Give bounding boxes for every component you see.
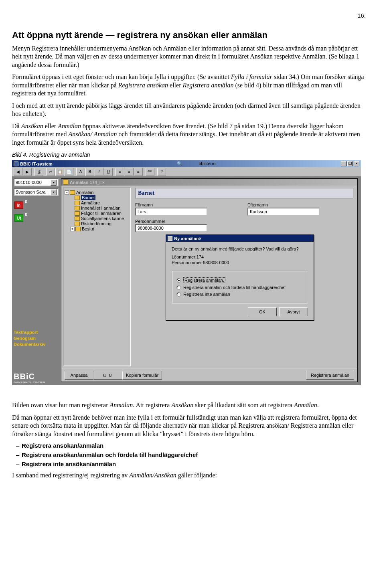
ok-button[interactable]: OK — [248, 307, 277, 316]
bullet-list: –Registrera ansökan/anmälan –Registrera … — [16, 442, 366, 467]
page-icon — [75, 211, 80, 216]
app-title: BBIC IT-system — [20, 162, 53, 166]
svg-text:In: In — [17, 203, 20, 208]
toolbar: ◀ ▶ 🖨 ✂ 📋 📄 A B I U ≡ ≡ ≡ ᴬᴮᶜ ? — [12, 167, 361, 177]
child-close-button[interactable]: × — [102, 180, 105, 185]
page-icon — [75, 201, 80, 205]
radio-icon — [176, 278, 181, 283]
embedded-screenshot: BBIC IT-system 🔍 bbicterm _ ❐ × ◀ ▶ 🖨 ✂ … — [12, 160, 361, 385]
paragraph: Då Ansökan eller Anmälan öppnas aktivera… — [12, 122, 366, 147]
inbox-icon[interactable]: In 0 — [14, 199, 27, 210]
paragraph: Menyn Registrera innehåller undermenyern… — [12, 44, 366, 69]
bullet-item: –Registrera ansökan/anmälan och fördela … — [16, 451, 366, 458]
dialog-close-button[interactable]: × — [199, 236, 201, 241]
section-header: Barnet — [135, 188, 353, 198]
folder-icon — [70, 190, 75, 195]
tree-item[interactable]: +Beslut — [65, 226, 130, 231]
tree-item[interactable]: Innehållet i anmälan — [65, 206, 130, 210]
dialog-info: Personnummer:980808-0000 — [172, 260, 308, 265]
cut-button[interactable]: ✂ — [46, 168, 55, 176]
outbox-icon[interactable]: Ut 0 — [14, 212, 27, 223]
paragraph: Bilden ovan visar hur man registrerar An… — [12, 401, 366, 409]
field-label: Efternamn — [247, 202, 353, 207]
chevron-down-icon: ▾ — [51, 189, 57, 195]
registrera-button[interactable]: Registrera anmälan — [306, 371, 354, 380]
radio-option[interactable]: Registrera inte anmälan — [176, 292, 303, 297]
tree-item[interactable]: Barnet — [65, 195, 130, 200]
align-right-button[interactable]: ≡ — [134, 168, 143, 176]
nav-back-button[interactable]: ◀ — [14, 168, 22, 176]
paragraph: Då man öppnar ett nytt ärende behöver ma… — [12, 414, 366, 438]
tree-item[interactable]: Riskbedömning — [65, 221, 130, 226]
underline-button[interactable]: U — [104, 168, 113, 176]
align-left-button[interactable]: ≡ — [116, 168, 124, 176]
sidebar-link-dokumentarkiv[interactable]: Dokumentarkiv — [14, 342, 59, 347]
page-icon — [75, 206, 80, 210]
paste-button[interactable]: 📄 — [65, 168, 73, 176]
tree-item[interactable]: Anmälare — [65, 200, 130, 205]
lastname-input[interactable]: Karlsson — [247, 208, 320, 216]
field-label: Personnummer — [135, 219, 353, 224]
terminal-label: 🔍 bbicterm — [177, 161, 215, 166]
bbic-logo: BBiC — [14, 372, 59, 381]
page-icon — [75, 222, 80, 226]
radio-icon — [176, 292, 181, 297]
dialog-info: Löpnummer:174 — [172, 255, 308, 259]
firstname-input[interactable]: Lars — [135, 208, 207, 216]
close-button[interactable]: × — [354, 161, 359, 166]
copy-button[interactable]: 📋 — [55, 168, 64, 176]
paragraph: I och med att ett nytt ärende påbörjas l… — [12, 102, 366, 118]
spellcheck-button[interactable]: ᴬᴮᶜ — [146, 168, 154, 176]
bold-button[interactable]: B — [85, 168, 94, 176]
page-icon — [75, 216, 80, 221]
dialog-titlebar: Ny anmälan × — [166, 235, 314, 242]
paragraph: I samband med registrering/ej registreri… — [12, 471, 366, 479]
minimize-button[interactable]: _ — [341, 161, 346, 166]
chevron-down-icon: ▾ — [51, 180, 57, 186]
bullet-item: –Registrera inte ansökan/anmälan — [16, 461, 366, 467]
tree-item[interactable]: Socialtjänstens känne — [65, 216, 130, 221]
help-button[interactable]: ? — [157, 168, 166, 176]
align-center-button[interactable]: ≡ — [125, 168, 134, 176]
sidebar-link-genogram[interactable]: Genogram — [14, 336, 59, 341]
svg-text:Ut: Ut — [17, 216, 21, 220]
bullet-item: –Registrera ansökan/anmälan — [16, 442, 366, 449]
dialog-options: Registrera anmälan. Registrera anmälan o… — [172, 271, 308, 303]
page-icon — [75, 196, 80, 200]
gu-button[interactable]: G U — [93, 371, 122, 380]
document-icon — [63, 180, 68, 185]
paragraph: Formuläret öppnas i ett eget fönster och… — [12, 73, 366, 97]
restore-button[interactable]: ❐ — [347, 161, 353, 166]
print-button[interactable]: 🖨 — [34, 168, 43, 176]
tree-root[interactable]: −Anmälan — [65, 190, 130, 195]
form-window: Anmälan 174 _ □ × −Anmälan Barnet Anmäla… — [61, 178, 358, 382]
anpassa-button[interactable]: Anpassa — [65, 371, 93, 380]
radio-option[interactable]: Registrera anmälan. — [176, 277, 303, 283]
personnummer-input[interactable]: 980808-0000 — [135, 224, 207, 232]
field-label: Förnamn — [135, 202, 241, 207]
sidebar-link-textrapport[interactable]: Textrapport — [14, 330, 59, 335]
page-title: Att öppna nytt ärende — registrera ny an… — [12, 30, 366, 40]
radio-option[interactable]: Registrera anmälan och fördela till hand… — [176, 285, 303, 290]
bbic-logo-subtitle: BARNS BEHOV I CENTRUM — [14, 381, 59, 384]
kopiera-button[interactable]: Kopiera formulär — [122, 371, 162, 380]
personnummer-combo[interactable]: 901010-0000▾ — [14, 178, 59, 186]
dialog-question: Detta är en ny anmälan med följande uppg… — [172, 247, 308, 251]
form-tree: −Anmälan Barnet Anmälare Innehållet i an… — [63, 187, 131, 366]
folder-icon — [75, 227, 81, 231]
radio-icon — [176, 285, 181, 290]
font-a-button[interactable]: A — [76, 168, 85, 176]
tree-item[interactable]: Frågor till anmälaren — [65, 211, 130, 216]
italic-button[interactable]: I — [95, 168, 103, 176]
nav-forward-button[interactable]: ▶ — [23, 168, 32, 176]
app-icon — [14, 162, 18, 166]
app-titlebar: BBIC IT-system 🔍 bbicterm _ ❐ × — [12, 160, 361, 167]
dialog-icon — [168, 236, 172, 241]
register-dialog: Ny anmälan × Detta är en ny anmälan med … — [166, 234, 314, 321]
figure-caption: Bild 4. Registrering av anmälan — [12, 152, 366, 158]
cancel-button[interactable]: Avbryt — [279, 307, 308, 316]
name-combo[interactable]: Svensson Sara▾ — [14, 188, 59, 196]
child-maximize-button[interactable]: □ — [99, 180, 102, 185]
form-bottombar: Anpassa G U Kopiera formulär Registrera … — [61, 368, 357, 382]
form-window-titlebar: Anmälan 174 _ □ × — [61, 179, 357, 186]
